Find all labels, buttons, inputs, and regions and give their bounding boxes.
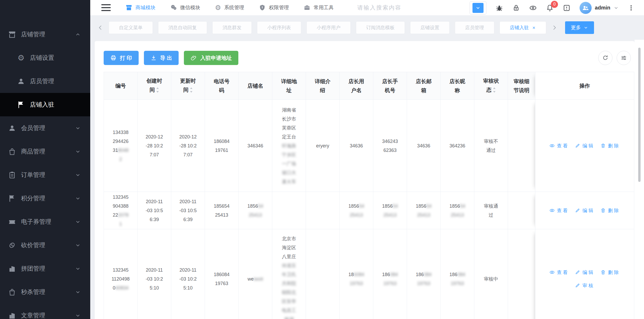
refresh-button[interactable] bbox=[598, 51, 612, 65]
tab-subscribe-template[interactable]: 订阅消息模板 bbox=[356, 21, 405, 34]
sidebar: 店铺管理 ⚙ 店铺设置 店员管理 店铺入驻 会员管理 bbox=[0, 0, 90, 319]
delete-button[interactable]: 删除 bbox=[600, 268, 620, 277]
hamburger-icon[interactable] bbox=[101, 4, 111, 11]
chevron-left-icon[interactable] bbox=[98, 25, 103, 31]
cell-status: 审核中 bbox=[474, 229, 508, 319]
audit-button[interactable]: 审核 bbox=[575, 281, 595, 290]
sidebar-item-bargain-management[interactable]: 砍价管理 bbox=[0, 233, 90, 257]
nav-module-permission[interactable]: 权限管理 bbox=[259, 4, 289, 11]
paperclip-icon bbox=[190, 55, 197, 61]
tab-miniapp-list[interactable]: 小程序列表 bbox=[257, 21, 301, 34]
kebab-menu-icon[interactable] bbox=[628, 4, 635, 11]
delete-trash-icon bbox=[600, 208, 606, 213]
table-row: 1323459043882220781 2020-11-03 10:56:39 … bbox=[104, 192, 634, 229]
page: 店铺管理 ⚙ 店铺设置 店员管理 店铺入驻 会员管理 bbox=[0, 0, 644, 319]
sidebar-item-points-management[interactable]: 积分管理 bbox=[0, 187, 90, 210]
sidebar-item-order-management[interactable]: 订单管理 bbox=[0, 163, 90, 187]
feedback-icon[interactable] bbox=[563, 4, 571, 12]
eye-icon[interactable] bbox=[529, 4, 537, 12]
tab-shop-entry[interactable]: 店铺入驻 bbox=[500, 21, 546, 34]
cell-phone: 18565425413 bbox=[205, 192, 239, 229]
scrollbar-thumb[interactable] bbox=[638, 48, 641, 182]
apply-url-button[interactable]: 入驻申请地址 bbox=[184, 51, 238, 65]
sidebar-item-label: 店铺设置 bbox=[30, 54, 54, 62]
search-input[interactable] bbox=[357, 4, 436, 11]
bug-icon[interactable] bbox=[495, 4, 503, 12]
cell-created: 2020-11-03 10:56:39 bbox=[138, 192, 171, 229]
tab-label: 自定义菜单 bbox=[119, 24, 143, 31]
delete-button[interactable]: 删除 bbox=[600, 206, 620, 215]
sidebar-item-article-management[interactable]: 文章管理 bbox=[0, 304, 90, 319]
shop-entry-table: 编号 创建时间 更新时间 电话号码 店铺名 详细地址 详细介绍 店长用户名 店长… bbox=[104, 72, 634, 319]
cell-detail bbox=[508, 100, 535, 192]
theme-select-button[interactable] bbox=[470, 1, 486, 14]
briefcase-icon bbox=[304, 4, 310, 11]
sidebar-item-goods-management[interactable]: 商品管理 bbox=[0, 140, 90, 163]
view-button[interactable]: 查看 bbox=[549, 206, 569, 215]
tab-label: 小程序用户 bbox=[317, 24, 340, 31]
chevron-down-icon bbox=[75, 242, 81, 248]
sidebar-item-coupon-management[interactable]: 电子券管理 bbox=[0, 210, 90, 233]
user-name: admin bbox=[595, 5, 610, 11]
tab-shop-settings[interactable]: 店铺设置 bbox=[410, 21, 450, 34]
cell-updated: 2020-11-03 10:25:10 bbox=[171, 229, 205, 319]
print-button[interactable]: 打 印 bbox=[104, 51, 139, 65]
sidebar-item-flashsale-management[interactable]: 秒杀管理 bbox=[0, 280, 90, 304]
col-header-created[interactable]: 创建时间 bbox=[138, 72, 171, 100]
export-button[interactable]: 导 出 bbox=[144, 51, 179, 65]
status-text: 审核通过 bbox=[484, 203, 498, 218]
nav-module-mall[interactable]: 商城模块 bbox=[125, 4, 155, 11]
tab-mass-message[interactable]: 消息群发 bbox=[212, 21, 252, 34]
cell-id: 1323459043882220781 bbox=[104, 192, 138, 229]
nav-module-label: 系统管理 bbox=[224, 4, 244, 11]
tab-miniapp-users[interactable]: 小程序用户 bbox=[306, 21, 351, 34]
nav-module-tools[interactable]: 常用工具 bbox=[304, 4, 334, 11]
edit-button[interactable]: 编辑 bbox=[575, 268, 595, 277]
cell-detail bbox=[508, 192, 535, 229]
sidebar-item-member-management[interactable]: 会员管理 bbox=[0, 116, 90, 140]
more-tabs-button[interactable]: 更多 bbox=[565, 21, 594, 34]
col-header-status[interactable]: 审核状态 bbox=[474, 72, 508, 100]
tab-close-icon[interactable] bbox=[532, 26, 536, 30]
user-menu[interactable]: admin bbox=[580, 2, 619, 14]
delete-button[interactable]: 删除 bbox=[600, 141, 620, 150]
edit-button[interactable]: 编辑 bbox=[575, 141, 595, 150]
col-header-updated[interactable]: 更新时间 bbox=[171, 72, 205, 100]
chevron-right-icon[interactable] bbox=[551, 25, 557, 31]
sidebar-item-groupbuy-management[interactable]: 拼团管理 bbox=[0, 257, 90, 280]
lock-icon[interactable] bbox=[512, 4, 520, 12]
bell-icon[interactable]: 0 bbox=[546, 4, 554, 12]
sort-caret-icon[interactable] bbox=[493, 87, 496, 96]
cell-owner-email: 18608419763 bbox=[407, 229, 441, 319]
wechat-icon bbox=[170, 4, 177, 11]
column-filter-button[interactable] bbox=[617, 51, 631, 65]
sidebar-item-staff-management[interactable]: 店员管理 bbox=[0, 69, 90, 93]
sidebar-item-shop-entry[interactable]: 店铺入驻 bbox=[0, 93, 90, 116]
cell-address bbox=[272, 192, 306, 229]
chevron-down-icon bbox=[583, 25, 588, 30]
notification-badge: 0 bbox=[551, 1, 558, 8]
building-icon bbox=[8, 311, 16, 319]
col-header-address: 详细地址 bbox=[272, 72, 306, 100]
refresh-icon bbox=[602, 54, 609, 61]
col-header-detail: 审核细节说明 bbox=[508, 72, 535, 100]
sort-caret-icon[interactable] bbox=[156, 87, 159, 96]
tab-auto-reply[interactable]: 消息自动回复 bbox=[158, 21, 207, 34]
view-button[interactable]: 查看 bbox=[549, 268, 569, 277]
cell-address: 北京市海淀区八里庄街道百年卫氏共和院朝阳北区安亭电昌工南湖 bbox=[272, 229, 306, 319]
tab-label: 小程序列表 bbox=[267, 24, 291, 31]
cell-owner-nickname: 364236 bbox=[441, 100, 474, 192]
nav-module-wechat[interactable]: 微信模块 bbox=[170, 4, 200, 11]
tab-custom-menu[interactable]: 自定义菜单 bbox=[109, 21, 153, 34]
col-header-intro: 详细介绍 bbox=[306, 72, 340, 100]
sidebar-item-shop-management[interactable]: 店铺管理 bbox=[0, 23, 90, 46]
sort-caret-icon[interactable] bbox=[190, 87, 193, 96]
view-button[interactable]: 查看 bbox=[549, 141, 569, 150]
chevron-down-icon bbox=[75, 266, 81, 272]
sidebar-item-shop-settings[interactable]: ⚙ 店铺设置 bbox=[0, 46, 90, 69]
tab-staff-management[interactable]: 店员管理 bbox=[455, 21, 494, 34]
nav-module-system[interactable]: ⚙ 系统管理 bbox=[215, 4, 244, 11]
nav-module-label: 商城模块 bbox=[135, 4, 155, 11]
edit-button[interactable]: 编辑 bbox=[575, 206, 595, 215]
scrollbar-track[interactable] bbox=[635, 40, 644, 319]
